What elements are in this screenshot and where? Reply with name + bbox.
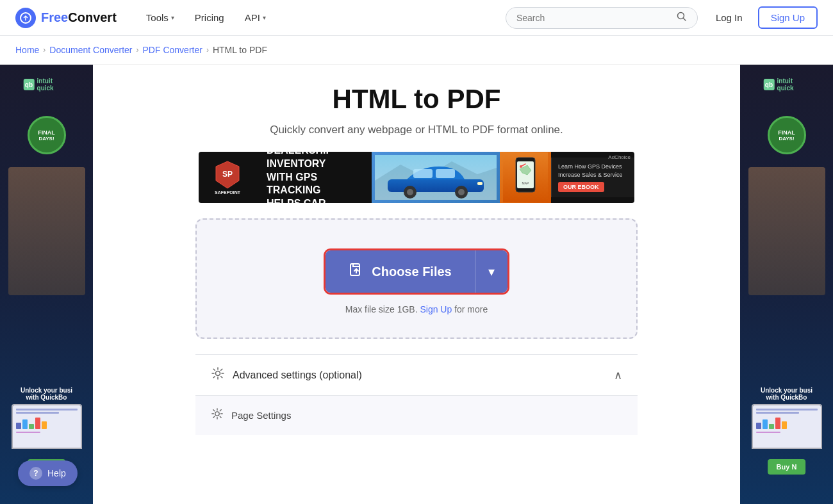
svg-point-20	[216, 371, 220, 376]
page-settings[interactable]: Page Settings	[195, 395, 638, 435]
svg-point-12	[458, 189, 465, 195]
dropdown-chevron-icon: ▾	[488, 264, 495, 279]
drop-zone[interactable]: Choose Files ▾ Max file size 1GB. Sign U…	[195, 218, 638, 339]
main-wrapper: qb intuit quick FINAL DAYS! 90% off for …	[0, 65, 833, 504]
choose-files-button[interactable]: Choose Files	[326, 250, 474, 293]
help-button[interactable]: ? Help	[18, 460, 78, 486]
svg-point-10	[407, 189, 413, 195]
breadcrumb-sep-2: ›	[136, 45, 139, 54]
nav-tools[interactable]: Tools ▾	[137, 7, 183, 28]
logo-text: FreeConvert	[41, 10, 117, 25]
choose-files-row: Choose Files ▾	[326, 250, 507, 293]
center-content: HTML to PDF Quickly convert any webpage …	[93, 65, 740, 504]
left-ad-sidebar: qb intuit quick FINAL DAYS! 90% off for …	[0, 65, 93, 504]
navbar: FreeConvert Tools ▾ Pricing API ▾ Log In	[0, 0, 833, 36]
svg-text:SP: SP	[222, 170, 233, 179]
ad-download-btn[interactable]: OUR EBOOK	[558, 182, 604, 192]
signup-link[interactable]: Sign Up	[420, 304, 452, 314]
left-ad-badge: FINAL DAYS!	[28, 116, 66, 154]
choose-files-dropdown-button[interactable]: ▾	[475, 250, 507, 293]
search-box[interactable]	[506, 7, 698, 29]
ad-banner-phone-image: MAP	[500, 152, 551, 203]
svg-text:MAP: MAP	[522, 181, 530, 185]
help-icon: ?	[29, 467, 42, 480]
advanced-settings: Advanced settings (optional) ∧ Page Sett…	[195, 354, 638, 435]
page-settings-gear-icon	[211, 407, 224, 423]
breadcrumb: Home › Document Converter › PDF Converte…	[0, 36, 833, 65]
breadcrumb-sep-3: ›	[206, 45, 209, 54]
search-icon	[677, 12, 687, 24]
breadcrumb-home[interactable]: Home	[15, 45, 39, 55]
settings-header[interactable]: Advanced settings (optional) ∧	[195, 354, 638, 395]
right-ad-qb-logo: qb intuit quick	[763, 77, 810, 92]
tools-chevron-icon: ▾	[171, 14, 174, 21]
breadcrumb-current: HTML to PDF	[213, 45, 267, 55]
login-button[interactable]: Log In	[708, 7, 750, 28]
svg-point-17	[520, 165, 522, 168]
search-input[interactable]	[516, 13, 672, 23]
svg-point-21	[215, 412, 219, 416]
right-ad-sidebar: qb intuit quick FINAL DAYS! 90% off for …	[740, 65, 833, 504]
file-limit-text: Max file size 1GB. Sign Up for more	[345, 304, 488, 314]
ad-banner-cta: AdChoice Learn How GPS DevicesIncrease S…	[551, 158, 634, 197]
right-ad-badge: FINAL DAYS!	[768, 116, 806, 154]
svg-rect-13	[477, 182, 482, 185]
signup-button[interactable]: Sign Up	[758, 6, 818, 29]
logo-icon	[15, 8, 36, 28]
nav-auth: Log In Sign Up	[708, 6, 818, 29]
svg-rect-7	[413, 169, 433, 178]
svg-rect-8	[436, 169, 455, 178]
breadcrumb-pdf-converter[interactable]: PDF Converter	[143, 45, 202, 55]
svg-rect-6	[388, 179, 484, 192]
ad-banner-logo: SP SAFEPOINT	[199, 155, 256, 200]
breadcrumb-document-converter[interactable]: Document Converter	[49, 45, 132, 55]
page-settings-label: Page Settings	[231, 410, 291, 421]
search-area: Log In Sign Up	[506, 6, 818, 29]
settings-header-left: Advanced settings (optional)	[211, 366, 362, 384]
nav-links: Tools ▾ Pricing API ▾	[137, 7, 275, 28]
page-title: HTML to PDF	[333, 84, 501, 115]
settings-gear-icon	[211, 366, 225, 384]
nav-api[interactable]: API ▾	[236, 7, 275, 28]
page-subtitle: Quickly convert any webpage or HTML to P…	[270, 124, 563, 136]
file-upload-icon	[349, 262, 364, 281]
api-chevron-icon: ▾	[263, 14, 266, 21]
ad-banner-text: HOW MANAGINGDEALERSHIP INVENTORYWITH GPS…	[256, 152, 372, 203]
ad-choice-label: AdChoice	[608, 154, 631, 160]
left-ad-qb-logo: qb intuit quick	[23, 77, 70, 92]
nav-pricing[interactable]: Pricing	[186, 7, 233, 28]
ad-banner-car-image	[372, 152, 500, 203]
breadcrumb-sep-1: ›	[43, 45, 45, 54]
settings-collapse-icon: ∧	[614, 368, 622, 382]
ad-banner: SP SAFEPOINT HOW MANAGINGDEALERSHIP INVE…	[199, 152, 634, 203]
right-ad-buy-btn[interactable]: Buy N	[768, 459, 806, 475]
logo[interactable]: FreeConvert	[15, 8, 117, 28]
